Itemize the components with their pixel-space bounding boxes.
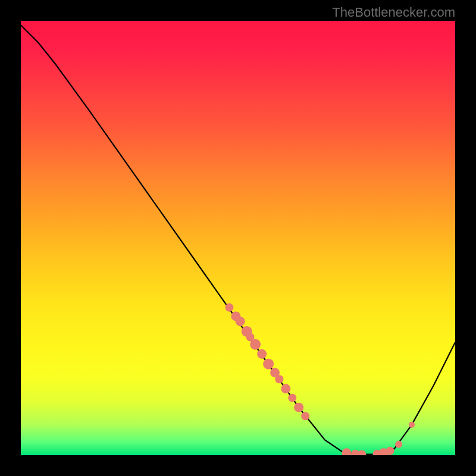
watermark-text: TheBottlenecker.com <box>332 5 455 20</box>
data-point <box>250 339 261 350</box>
data-point <box>395 441 402 448</box>
gradient-bg <box>21 21 455 455</box>
data-point <box>294 403 303 412</box>
data-point <box>263 359 274 369</box>
data-point <box>409 422 415 428</box>
data-point <box>236 317 245 326</box>
data-point <box>386 447 394 455</box>
chart-svg <box>21 21 455 455</box>
data-point <box>301 412 309 420</box>
data-point <box>281 384 290 393</box>
chart-container: TheBottlenecker.com <box>0 0 476 476</box>
data-point <box>225 303 233 312</box>
data-point <box>257 349 267 359</box>
data-point <box>288 394 296 402</box>
data-point <box>275 375 283 383</box>
